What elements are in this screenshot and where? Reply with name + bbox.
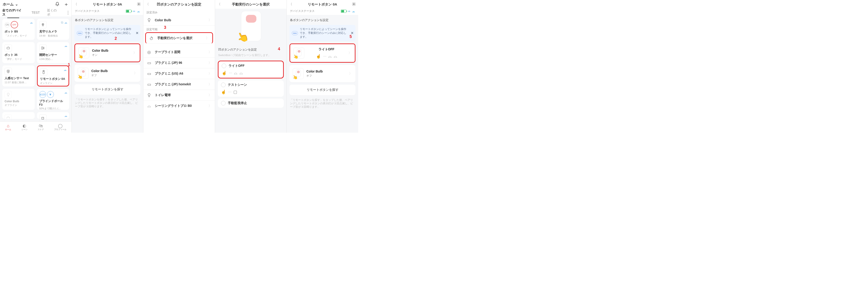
bulb-icon — [147, 18, 152, 23]
radio-icon[interactable] — [221, 101, 225, 105]
scene-icon: ◐ — [23, 124, 26, 129]
device-tile-bot-b5[interactable]: ☁ ON OFF ボット B5 「スイッチ」モード — [2, 19, 35, 40]
blind-down-icon[interactable]: ▼ — [47, 91, 54, 98]
gear-icon[interactable] — [137, 2, 141, 7]
scene-name: テストシーン — [228, 83, 247, 87]
back-button[interactable]: 〈 — [74, 2, 78, 6]
tap-icon — [149, 36, 154, 41]
nav-scene[interactable]: ◐ シーン — [22, 124, 28, 131]
section-title: 各ボタンのアクションを設定 — [287, 15, 358, 24]
row-label: トイレ電球 — [155, 93, 171, 97]
device-row-tapelight[interactable]: ◎ テープライト居間 〉 — [143, 47, 215, 58]
find-remote-button[interactable]: リモートボタンを探す — [74, 84, 141, 95]
select-manual-scene-row[interactable]: 手動実行のシーンを選択 〉 — [145, 32, 213, 44]
svg-rect-2 — [7, 47, 9, 49]
tile-sub: 50%まで開けた (… — [39, 107, 67, 110]
device-tile-extra-2[interactable]: ☁ ◘ — [37, 112, 69, 119]
remote-illustration: 👆 — [234, 10, 268, 44]
home-label: ホーム — [3, 2, 14, 6]
nav-store[interactable]: 🛍 ストア — [38, 124, 44, 131]
device-tile-camera[interactable]: ⧉ ☁ 見守りカメラ 14:48 動体検出 — [37, 19, 69, 40]
page-title: 手動実行のシーンを選択 — [221, 2, 280, 7]
chevron-right-icon: 〉 — [209, 93, 212, 97]
tap-icon: ☝ — [222, 71, 227, 76]
back-button[interactable]: 〈 — [289, 2, 293, 6]
tile-sub: 「スイッチ」モード — [5, 34, 32, 37]
tile-name: リモートボタン 0A — [40, 77, 66, 81]
back-button[interactable]: 〈 — [217, 2, 221, 6]
bot-icon — [5, 44, 12, 52]
ceiling-light-icon: ⌓ — [334, 54, 337, 59]
device-row-ceiling-light[interactable]: ⌓ シーリングライトプロ B0 〉 — [143, 101, 215, 111]
close-icon[interactable]: ✕ — [135, 31, 138, 35]
gear-icon[interactable] — [352, 2, 356, 7]
home-dropdown[interactable]: ホーム ⌄ — [3, 2, 18, 7]
nav-home[interactable]: ⌂ ホーム — [5, 124, 11, 131]
tile-sub: >24h 閉め… — [39, 57, 67, 61]
tile-sub: 11:07 最後に動体… — [5, 81, 32, 84]
back-button[interactable]: 〈 — [146, 2, 150, 6]
tab-test[interactable]: TEST — [31, 10, 41, 15]
cloud-icon: ☁ — [30, 21, 33, 24]
remote-convex-thumb-icon — [293, 68, 304, 79]
scene-light-off[interactable]: ライトOFF ☝ ⋯ ⌓ ⌓ — [218, 61, 284, 78]
info-banner: new リモートボタンによってシーンを操作でき、手動実行のシーンのみに対応します… — [289, 25, 355, 41]
concave-button-card[interactable]: Color Bulb オン 〉 — [74, 44, 141, 62]
add-button[interactable]: ＋ — [64, 1, 69, 8]
find-remote-button[interactable]: リモートボタンを探す — [289, 85, 355, 95]
off-pill[interactable]: OFF — [11, 21, 18, 28]
svg-point-6 — [8, 71, 8, 72]
ceiling-light-icon: ⌓ — [328, 54, 332, 59]
device-tile-bot-35[interactable]: ボット 35 「押す」モード — [2, 42, 35, 63]
blind-icon[interactable]: ≣100 — [39, 91, 46, 98]
device-tile-blind-pole[interactable]: ☁ ≣100 ▼ ブラインドポール F3 50%まで開けた (… — [37, 89, 69, 110]
more-dots-icon[interactable]: ⋮ — [66, 10, 70, 15]
convex-action-state: オフ — [91, 74, 108, 77]
svg-rect-7 — [43, 71, 44, 74]
on-pill[interactable]: ON — [5, 22, 10, 27]
convex-button-card[interactable]: Color Bulb オフ 〉 — [74, 64, 141, 82]
ceiling-light-icon: ⌓ — [147, 103, 152, 108]
camera-icon — [39, 21, 46, 28]
convex-action-state: オフ — [306, 74, 323, 78]
cloud-icon: ☁ — [63, 68, 67, 72]
concave-button-card[interactable]: ライトOFF ☝ ⋯ ⌓ ⌓ 〉 — [289, 44, 355, 63]
battery-icon — [126, 9, 131, 13]
radio-icon[interactable] — [222, 63, 226, 68]
device-tile-remote-button[interactable]: ☁ リモートボタン 0A オンライン — [37, 65, 69, 86]
bluetooth-icon: ⌯ — [133, 9, 135, 13]
svg-point-9 — [138, 3, 140, 5]
device-tile-contact-sensor[interactable]: ☁ 開閉センサー >24h 閉め… 1 — [37, 42, 69, 63]
tile-name: Color Bulb — [5, 100, 32, 103]
contact-sensor-icon — [39, 44, 46, 52]
device-tile-color-bulb[interactable]: Color Bulb オフライン — [2, 89, 35, 110]
banner-text: リモートボタンによってシーンを操作でき、手動実行のシーンのみに対応します。 — [300, 27, 348, 39]
chevron-right-icon: 〉 — [209, 104, 212, 108]
bulb-icon — [5, 91, 12, 98]
device-tile-motion-sensor[interactable]: 人感センサー Test 11:07 最後に動体… — [2, 65, 35, 86]
home-icon: ⌂ — [7, 124, 9, 129]
nav-profile[interactable]: ◯ プロフィール — [54, 124, 66, 131]
scene-test[interactable]: テストシーン ☝ ⋯ ▢ — [218, 80, 284, 97]
device-tile-extra-1[interactable]: ◠ — [2, 112, 35, 119]
radio-icon[interactable] — [221, 83, 225, 87]
row-label: Color Bulb — [155, 18, 171, 22]
tab-all-devices[interactable]: 全てのデバイス — [1, 8, 25, 17]
row-label: プラグミニ (US) A6 — [155, 72, 183, 76]
cloud-icon: ☁ — [64, 114, 67, 117]
cloud-icon: ☁ — [352, 9, 355, 13]
convex-button-card[interactable]: Color Bulb オフ 〉 — [289, 65, 355, 82]
configured-device-row[interactable]: Color Bulb 〉 — [143, 15, 215, 26]
bell-icon[interactable] — [55, 2, 60, 7]
device-row-plug-homekit[interactable]: ▭ プラグミニ (JP) homekit 〉 — [143, 79, 215, 90]
section-title: 各ボタンのアクションを設定 — [72, 15, 143, 24]
chevron-right-icon: 〉 — [209, 82, 212, 86]
tab-nearby[interactable]: 近くのボ — [46, 8, 61, 17]
scene-manual-watch-stop[interactable]: 手動監視停止 — [218, 99, 284, 108]
tile-sub: オフライン — [5, 103, 32, 107]
tile-name: ボット 35 — [5, 53, 32, 57]
device-row-toilet-bulb[interactable]: トイレ電球 〉 — [143, 90, 215, 101]
device-row-plug-jp96[interactable]: ▭ プラグミニ (JP) 96 〉 — [143, 58, 215, 69]
tile-name: 開閉センサー — [39, 53, 67, 57]
device-row-plug-usa6[interactable]: ▭ プラグミニ (US) A6 〉 — [143, 69, 215, 79]
